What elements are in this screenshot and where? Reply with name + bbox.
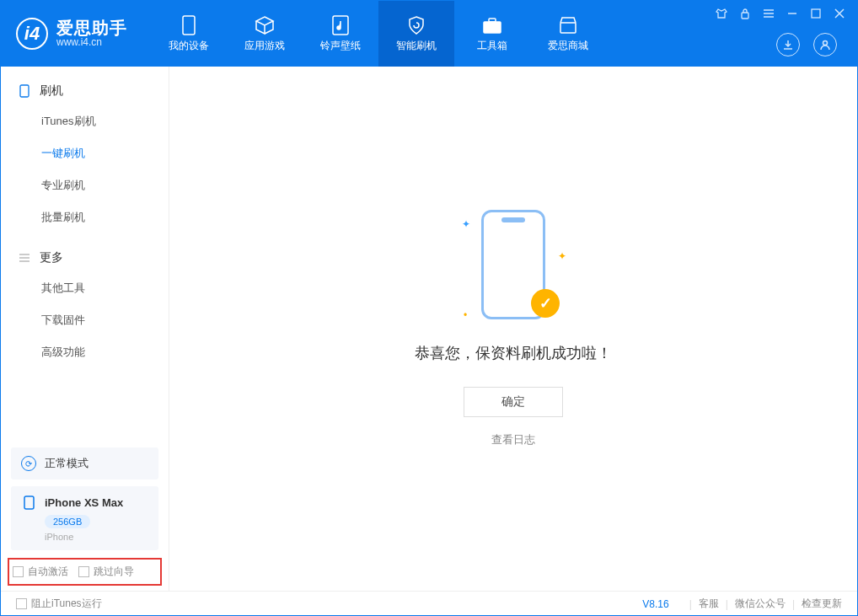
download-icon[interactable]	[776, 33, 800, 56]
checkbox-skip-guide[interactable]: 跳过向导	[78, 565, 134, 579]
status-card[interactable]: ⟳ 正常模式	[11, 447, 158, 479]
checkbox-auto-activate[interactable]: 自动激活	[13, 565, 68, 579]
minimize-icon[interactable]	[786, 8, 798, 19]
checkbox-block-itunes[interactable]: 阻止iTunes运行	[16, 597, 102, 611]
list-icon	[18, 251, 31, 265]
svg-rect-6	[812, 9, 820, 18]
footer-bar: 阻止iTunes运行 V8.16 | 客服 | 微信公众号 | 检查更新	[1, 591, 857, 616]
phone-small-icon	[18, 84, 31, 98]
sidebar-item-download-firmware[interactable]: 下载固件	[1, 304, 169, 336]
store-icon	[558, 15, 578, 35]
nav-my-device[interactable]: 我的设备	[151, 1, 227, 67]
sidebar-group-flash: 刷机	[1, 83, 169, 105]
success-message: 恭喜您，保资料刷机成功啦！	[415, 343, 612, 363]
sidebar-group-label: 更多	[40, 250, 63, 265]
status-label: 正常模式	[45, 456, 88, 471]
checkbox-icon	[13, 566, 24, 577]
device-small-icon	[21, 495, 36, 510]
svg-rect-0	[183, 16, 195, 35]
highlighted-checkbox-row: 自动激活 跳过向导	[8, 558, 162, 586]
checkbox-label: 跳过向导	[94, 565, 134, 579]
svg-rect-3	[489, 19, 496, 22]
svg-rect-9	[24, 496, 34, 509]
nav-smart-flash[interactable]: 智能刷机	[378, 1, 454, 67]
lock-icon[interactable]	[739, 8, 751, 19]
sidebar-group-more: 更多	[1, 250, 169, 272]
sidebar-item-other-tools[interactable]: 其他工具	[1, 272, 169, 304]
logo-area: i4 爱思助手 www.i4.cn	[1, 1, 142, 67]
checkbox-label: 阻止iTunes运行	[31, 597, 102, 611]
close-icon[interactable]	[834, 8, 845, 19]
check-badge-icon: ✓	[531, 289, 560, 318]
music-file-icon	[330, 15, 351, 35]
maximize-icon[interactable]	[810, 8, 822, 19]
nav-store[interactable]: 爱思商城	[530, 1, 606, 67]
success-illustration: ✓ ✦ ✦ •	[467, 210, 560, 328]
nav-label: 爱思商城	[548, 39, 588, 53]
window-controls	[716, 8, 845, 19]
nav-label: 铃声壁纸	[320, 39, 361, 53]
svg-point-7	[823, 41, 828, 46]
sidebar-item-batch-flash[interactable]: 批量刷机	[1, 201, 169, 233]
device-type: iPhone	[45, 532, 148, 542]
version-label: V8.16	[642, 598, 668, 610]
svg-rect-2	[484, 22, 501, 33]
sidebar-item-oneclick-flash[interactable]: 一键刷机	[1, 137, 169, 169]
sidebar-item-pro-flash[interactable]: 专业刷机	[1, 169, 169, 201]
checkbox-icon	[78, 566, 89, 577]
sidebar: 刷机 iTunes刷机 一键刷机 专业刷机 批量刷机 更多 其他工具 下载固件 …	[1, 67, 169, 591]
storage-badge: 256GB	[45, 515, 90, 528]
footer-link-wechat[interactable]: 微信公众号	[735, 597, 786, 611]
nav-ringtone-wallpaper[interactable]: 铃声壁纸	[303, 1, 378, 67]
svg-rect-5	[742, 13, 748, 19]
top-nav: 我的设备 应用游戏 铃声壁纸 智能刷机 工具箱 爱思商城	[151, 1, 606, 67]
nav-apps-games[interactable]: 应用游戏	[227, 1, 303, 67]
app-subtitle: www.i4.cn	[56, 37, 127, 48]
device-name: iPhone XS Max	[45, 496, 123, 509]
sidebar-group-label: 刷机	[40, 83, 63, 99]
status-mode-icon: ⟳	[21, 456, 36, 471]
nav-label: 工具箱	[477, 39, 507, 53]
svg-rect-4	[560, 23, 576, 33]
checkbox-icon	[16, 598, 27, 609]
user-icon[interactable]	[813, 33, 837, 56]
ok-button[interactable]: 确定	[464, 387, 563, 417]
checkbox-label: 自动激活	[28, 565, 68, 579]
svg-rect-8	[20, 85, 29, 97]
shirt-icon[interactable]	[716, 8, 727, 19]
nav-label: 我的设备	[169, 39, 209, 53]
nav-toolbox[interactable]: 工具箱	[454, 1, 530, 67]
sparkle-icon: ✦	[462, 218, 470, 230]
nav-label: 应用游戏	[244, 39, 285, 53]
cube-icon	[255, 15, 275, 35]
nav-label: 智能刷机	[396, 39, 437, 53]
device-icon	[179, 15, 199, 35]
view-log-link[interactable]: 查看日志	[491, 432, 535, 447]
header-bar: i4 爱思助手 www.i4.cn 我的设备 应用游戏 铃声壁纸 智能刷机 工具…	[1, 1, 857, 67]
sparkle-icon: •	[464, 309, 467, 321]
sparkle-icon: ✦	[558, 250, 566, 262]
header-right-icons	[776, 33, 837, 56]
refresh-shield-icon	[406, 15, 426, 35]
device-card[interactable]: iPhone XS Max 256GB iPhone	[11, 486, 158, 550]
footer-link-service[interactable]: 客服	[699, 597, 719, 611]
sidebar-item-itunes-flash[interactable]: iTunes刷机	[1, 105, 169, 137]
main-content: ✓ ✦ ✦ • 恭喜您，保资料刷机成功啦！ 确定 查看日志	[169, 67, 857, 591]
sidebar-item-advanced[interactable]: 高级功能	[1, 336, 169, 368]
footer-link-update[interactable]: 检查更新	[802, 597, 842, 611]
app-title: 爱思助手	[56, 19, 127, 37]
menu-icon[interactable]	[763, 8, 775, 19]
logo-icon: i4	[16, 18, 48, 50]
toolbox-icon	[482, 15, 502, 35]
